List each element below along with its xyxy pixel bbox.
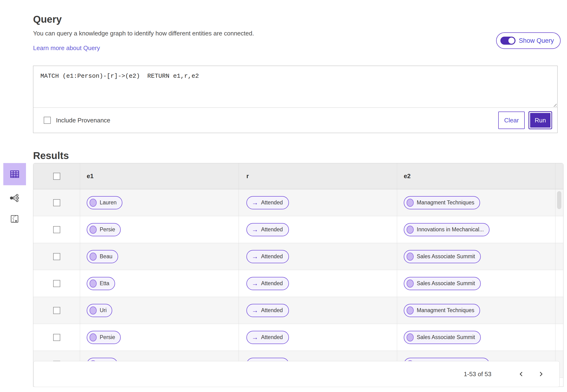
view-graph-button[interactable] [3, 190, 26, 206]
entity-label: Sales Associate Summit [417, 334, 475, 340]
entity-node-icon [407, 252, 414, 261]
relation-pill[interactable]: → Attended [246, 196, 289, 209]
pagination-bar: 1-53 of 53 [33, 361, 560, 387]
table-header-row: e1 r e2 [33, 163, 563, 189]
query-input[interactable]: MATCH (e1:Person)-[r]->(e2) RETURN e1,r,… [33, 66, 557, 108]
run-button-focus-ring: Run [528, 111, 552, 129]
view-map-button[interactable] [3, 211, 26, 226]
relation-pill[interactable]: → Attended [246, 277, 289, 290]
e1-cell: Uri [80, 297, 239, 324]
column-header-e2[interactable]: e2 [397, 163, 563, 189]
entity-pill[interactable]: Innovations in Mechanical... [404, 223, 489, 236]
entity-pill[interactable]: Sales Associate Summit [404, 331, 481, 344]
row-select-cell [33, 324, 80, 351]
include-provenance-checkbox[interactable] [44, 117, 51, 124]
relation-label: Attended [261, 226, 283, 233]
query-description: You can query a knowledge graph to ident… [33, 30, 254, 37]
r-cell: → Attended [239, 297, 397, 324]
row-select-cell [33, 243, 80, 270]
select-all-checkbox[interactable] [53, 173, 60, 180]
entity-node-icon [407, 307, 414, 314]
entity-pill[interactable]: Persie [87, 331, 121, 344]
row-checkbox[interactable] [53, 334, 60, 341]
entity-node-icon [407, 226, 414, 234]
entity-pill[interactable]: Persie [87, 223, 121, 236]
row-select-cell [33, 297, 80, 324]
arrow-right-icon: → [252, 253, 258, 260]
entity-pill[interactable]: Managment Techniques [404, 196, 480, 209]
r-cell: → Attended [239, 324, 397, 351]
learn-more-link[interactable]: Learn more about Query [33, 44, 100, 52]
entity-pill[interactable]: Etta [87, 277, 115, 290]
relation-pill[interactable]: → Attended [246, 304, 289, 317]
entity-pill[interactable]: Sales Associate Summit [404, 250, 481, 263]
entity-pill[interactable]: Lauren [87, 196, 122, 209]
clear-button[interactable]: Clear [498, 112, 525, 129]
map-route-icon [10, 214, 19, 224]
query-editor: MATCH (e1:Person)-[r]->(e2) RETURN e1,r,… [33, 66, 557, 108]
entity-node-icon [90, 252, 97, 261]
entity-pill[interactable]: Managment Techniques [404, 304, 480, 317]
r-cell: → Attended [239, 270, 397, 297]
pagination-range: 1-53 of 53 [464, 370, 491, 378]
entity-pill[interactable]: Sales Associate Summit [404, 277, 481, 290]
e1-cell: Etta [80, 270, 239, 297]
table-row: Persie → Attended Sales Associate Summit [33, 324, 563, 351]
toggle-switch-icon[interactable] [500, 37, 515, 45]
table-row: Uri → Attended Managment Techniques [33, 297, 563, 324]
entity-label: Uri [100, 307, 107, 314]
relation-pill[interactable]: → Attended [246, 331, 289, 344]
run-button[interactable]: Run [530, 113, 551, 127]
entity-pill[interactable]: Beau [87, 250, 118, 263]
relation-label: Attended [261, 199, 283, 206]
entity-node-icon [90, 333, 97, 341]
results-table: e1 r e2 Lauren → Attended [33, 163, 564, 387]
r-cell: → Attended [239, 216, 397, 243]
arrow-right-icon: → [252, 199, 258, 206]
entity-label: Sales Associate Summit [417, 280, 475, 287]
chevron-left-icon [518, 370, 525, 378]
page-title: Query [33, 14, 62, 25]
row-checkbox[interactable] [53, 253, 60, 260]
relation-label: Attended [261, 334, 283, 340]
show-query-label: Show Query [519, 37, 554, 44]
column-header-r[interactable]: r [239, 163, 397, 189]
table-scrollbar[interactable] [555, 163, 563, 387]
entity-node-icon [407, 280, 414, 288]
column-header-e1[interactable]: e1 [80, 163, 239, 189]
relation-pill[interactable]: → Attended [246, 223, 289, 236]
next-page-button[interactable] [534, 367, 548, 381]
row-checkbox[interactable] [53, 199, 60, 206]
entity-pill[interactable]: Uri [87, 304, 112, 317]
entity-node-icon [90, 226, 97, 234]
column-header-label: e2 [404, 172, 411, 180]
relation-pill[interactable]: → Attended [246, 250, 289, 263]
entity-label: Persie [100, 226, 115, 233]
scrollbar-thumb[interactable] [557, 191, 561, 209]
table-row: Etta → Attended Sales Associate Summit [33, 270, 563, 297]
row-checkbox[interactable] [53, 226, 60, 233]
entity-node-icon [407, 333, 414, 341]
relation-label: Attended [261, 253, 283, 260]
e2-cell: Managment Techniques [397, 189, 563, 216]
arrow-right-icon: → [252, 280, 258, 287]
show-query-toggle[interactable]: Show Query [496, 32, 561, 49]
row-checkbox[interactable] [53, 307, 60, 314]
column-header-label: r [246, 172, 249, 180]
prev-page-button[interactable] [514, 367, 528, 381]
include-provenance-label: Include Provenance [56, 117, 110, 124]
row-select-cell [33, 189, 80, 216]
row-select-cell [33, 270, 80, 297]
arrow-right-icon: → [252, 226, 258, 233]
entity-label: Lauren [100, 199, 117, 206]
relation-label: Attended [261, 307, 283, 314]
query-panel: MATCH (e1:Person)-[r]->(e2) RETURN e1,r,… [33, 66, 558, 133]
chevron-right-icon [538, 370, 545, 378]
view-table-button[interactable] [3, 163, 26, 185]
row-checkbox[interactable] [53, 280, 60, 287]
table-row: Beau → Attended Sales Associate Summit [33, 243, 563, 270]
entity-label: Sales Associate Summit [417, 253, 475, 260]
e2-cell: Managment Techniques [397, 297, 563, 324]
entity-label: Beau [100, 253, 112, 260]
table-icon [9, 168, 20, 180]
